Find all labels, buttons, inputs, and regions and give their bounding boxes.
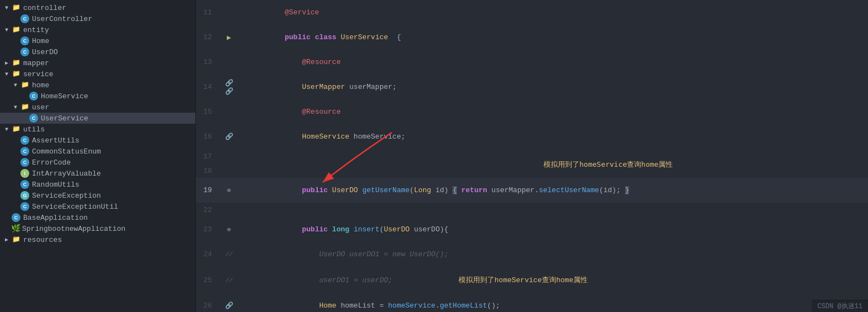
file-tree[interactable]: ▼ 📁 controller C UserController ▼ 📁 enti… (0, 0, 196, 312)
line-code: Home homeList = homeService.getHomeList(… (237, 293, 868, 312)
gutter-cell[interactable]: // (221, 242, 237, 267)
line-code: HomeService homeService; (237, 124, 868, 149)
line-number: 18 (196, 163, 221, 178)
sidebar-item-label: AssertUtils (32, 136, 79, 145)
class-icon: C (20, 36, 30, 45)
sidebar-item-CommonStatusEnum[interactable]: C CommonStatusEnum (0, 146, 195, 157)
arrow-icon: ▼ (2, 27, 11, 33)
class-icon: C (20, 202, 30, 211)
sidebar-item-utils[interactable]: ▼ 📁 utils (0, 124, 195, 135)
folder-icon: 📁 (11, 235, 21, 244)
arrow-icon: ▶ (2, 60, 11, 66)
class-icon: C (20, 14, 30, 23)
arrow-icon: ▶ (2, 236, 11, 243)
sidebar-item-IntArrayValuable[interactable]: I IntArrayValuable (0, 168, 195, 179)
gutter-cell[interactable] (221, 50, 237, 75)
folder-icon: 📁 (20, 103, 30, 112)
table-row: 12 ▶ public class UserService { (196, 25, 868, 50)
arrow-icon: ▼ (2, 126, 11, 133)
sidebar-item-RandomUtils[interactable]: C RandomUtils (0, 179, 195, 190)
sidebar-item-AssertUtils[interactable]: C AssertUtils (0, 135, 195, 146)
impl-icon[interactable]: 🔗 (225, 133, 233, 141)
sidebar-item-label: UserController (32, 15, 92, 23)
impl-icon[interactable]: 🔗 (225, 80, 233, 87)
sidebar-item-HomeService[interactable]: C HomeService (0, 91, 195, 102)
arrow-icon: ▼ (11, 104, 20, 110)
gutter-cell[interactable]: 🔗 (221, 293, 237, 312)
arrow-icon: ▼ (2, 71, 11, 77)
sidebar-item-ServiceExceptionUtil[interactable]: C ServiceExceptionUtil (0, 201, 195, 212)
sidebar-item-label: UserService (41, 114, 88, 123)
table-row: 14 🔗 🔗 UserMapper userMapper; (196, 75, 868, 99)
run-icon[interactable]: ▶ (227, 34, 231, 42)
sidebar-item-resources[interactable]: ▶ 📁 resources (0, 234, 195, 245)
sidebar-item-label: HomeService (41, 92, 88, 101)
line-number: 25 (196, 267, 221, 293)
sidebar-item-label: BaseApplication (23, 214, 88, 222)
line-code: public class UserService { (237, 25, 868, 50)
sidebar-item-user[interactable]: ▼ 📁 user (0, 102, 195, 113)
sidebar-item-label: ErrorCode (32, 158, 71, 167)
line-number: 12 (196, 25, 221, 50)
sidebar-item-label: ServiceException (32, 192, 101, 200)
line-number: 26 (196, 293, 221, 312)
sidebar-item-UserDO[interactable]: C UserDO (0, 46, 195, 57)
class-icon: C (20, 158, 30, 167)
table-row: 18 (196, 163, 868, 178)
class-icon: G (20, 191, 30, 200)
sidebar-item-label: SpringbootnewApplication (22, 225, 125, 233)
sidebar-item-entity[interactable]: ▼ 📁 entity (0, 24, 195, 35)
sidebar-item-label: RandomUtils (32, 181, 79, 189)
sidebar-item-label: home (32, 81, 49, 89)
gutter-cell[interactable]: ⊖ (221, 178, 237, 203)
line-code: @Resource (237, 99, 868, 124)
sidebar-item-BaseApplication[interactable]: C BaseApplication (0, 212, 195, 223)
table-row: 19 ⊖ public UserDO getUserName(Long id) … (196, 178, 868, 203)
comment-icon: // (225, 251, 232, 258)
gutter-cell[interactable]: ▶ (221, 25, 237, 50)
line-code: @Resource (237, 50, 868, 75)
line-number: 22 (196, 203, 221, 217)
table-row: 23 ⊖ public long insert(UserDO userDO){ (196, 217, 868, 242)
class-icon: C (20, 47, 30, 56)
sidebar-item-Home[interactable]: C Home (0, 35, 195, 46)
folder-icon: 📁 (11, 3, 21, 12)
sidebar-item-label: controller (23, 4, 66, 12)
fold-icon[interactable]: ⊖ (227, 187, 231, 194)
line-number: 11 (196, 0, 221, 25)
sidebar-item-ServiceException[interactable]: G ServiceException (0, 190, 195, 201)
gutter-cell[interactable]: 🔗 🔗 (221, 75, 237, 99)
class-icon: C (29, 114, 39, 123)
sidebar-item-ErrorCode[interactable]: C ErrorCode (0, 157, 195, 168)
sidebar-item-mapper[interactable]: ▶ 📁 mapper (0, 57, 195, 68)
line-code: @Service (237, 0, 868, 25)
table-row: 25 // userDO1 = userDO;模拟用到了homeService查… (196, 267, 868, 293)
arrow-icon: ▼ (2, 5, 11, 11)
gutter-cell[interactable] (221, 163, 237, 178)
sidebar-item-service[interactable]: ▼ 📁 service (0, 68, 195, 80)
sidebar-item-UserService[interactable]: C UserService (0, 113, 195, 124)
sidebar-item-controller[interactable]: ▼ 📁 controller (0, 2, 195, 13)
sidebar-item-label: mapper (23, 59, 49, 67)
sidebar-item-SpringbootnewApplication[interactable]: 🌿 SpringbootnewApplication (0, 223, 195, 234)
folder-icon: 📁 (11, 25, 21, 34)
gutter-cell[interactable]: 🔗 (221, 124, 237, 149)
impl2-icon[interactable]: 🔗 (225, 88, 233, 96)
gutter-cell[interactable]: ⊖ (221, 217, 237, 242)
fold-icon[interactable]: ⊖ (227, 226, 231, 233)
sidebar-item-label: user (32, 103, 49, 112)
line-code: public long insert(UserDO userDO){ (237, 217, 868, 242)
status-bar: CSDN @执迷11 (812, 300, 868, 312)
line-code: userDO1 = userDO;模拟用到了homeService查询home属… (237, 267, 868, 293)
gutter-cell[interactable] (221, 0, 237, 25)
impl-icon[interactable]: 🔗 (225, 302, 233, 310)
gutter-cell[interactable] (221, 203, 237, 217)
sidebar-item-UserController[interactable]: C UserController (0, 13, 195, 24)
line-number: 17 (196, 149, 221, 163)
sidebar-item-home[interactable]: ▼ 📁 home (0, 80, 195, 91)
gutter-cell[interactable] (221, 99, 237, 124)
line-code: UserDO userDO1 = new UserDO(); (237, 242, 868, 267)
line-code (237, 203, 868, 217)
gutter-cell[interactable] (221, 149, 237, 163)
gutter-cell[interactable]: // (221, 267, 237, 293)
